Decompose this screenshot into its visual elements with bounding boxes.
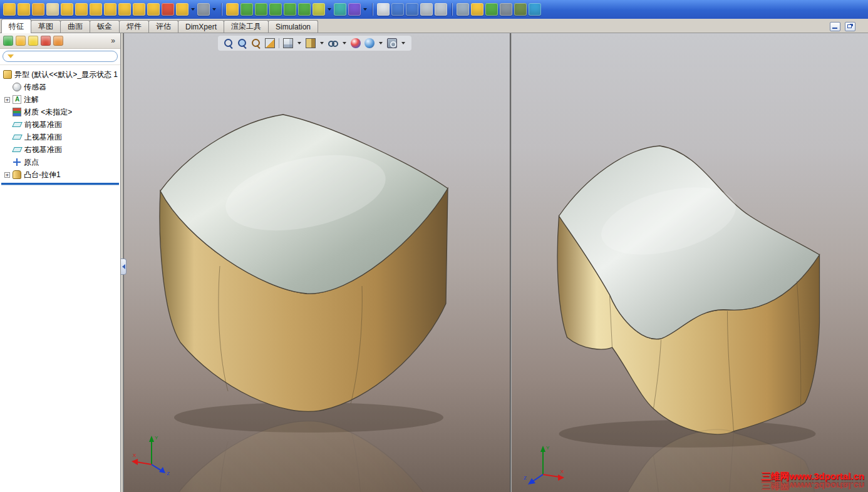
- main-content: » 异型 (默认<<默认>_显示状态 1 传感器 + 注解: [0, 33, 868, 492]
- panel-collapse-handle[interactable]: [121, 259, 127, 275]
- tab-features[interactable]: 特征: [1, 19, 31, 33]
- chevron-down-icon[interactable]: [212, 8, 216, 11]
- tree-item-label: 传感器: [24, 82, 46, 93]
- tree-item-label: 前视基准面: [24, 120, 62, 130]
- tree-item-material[interactable]: 材质 <未指定>: [1, 106, 119, 118]
- model-view-right[interactable]: [512, 33, 868, 492]
- tab-simulation[interactable]: Simulation: [268, 20, 318, 33]
- tree-item-label: 异型 (默认<<默认>_显示状态 1: [14, 69, 118, 80]
- triad-y-label: Y: [155, 435, 158, 441]
- expand-toggle[interactable]: +: [4, 97, 10, 103]
- spline-icon[interactable]: [348, 3, 361, 16]
- rollback-bar[interactable]: [1, 183, 119, 185]
- tree-item-part[interactable]: 异型 (默认<<默认>_显示状态 1: [1, 68, 119, 81]
- reference-book-icon[interactable]: [391, 3, 404, 16]
- view-pane-left[interactable]: X Y Z: [124, 33, 510, 492]
- tree-item-boss-extrude[interactable]: + 凸台-拉伸1: [1, 168, 119, 181]
- view-settings-icon[interactable]: [387, 38, 397, 48]
- delete-icon[interactable]: [75, 3, 88, 16]
- grid-table-icon[interactable]: [500, 3, 512, 16]
- home-icon[interactable]: [471, 3, 483, 16]
- options-icon[interactable]: [176, 3, 189, 16]
- chevron-down-icon[interactable]: [191, 8, 195, 11]
- gears-icon[interactable]: [514, 3, 527, 16]
- save-icon[interactable]: [32, 3, 44, 16]
- design-library-icon[interactable]: [298, 3, 311, 16]
- tab-sketch[interactable]: 草图: [31, 20, 61, 33]
- chevron-down-icon[interactable]: [379, 42, 383, 44]
- copy-icon[interactable]: [133, 3, 145, 16]
- pencil-icon[interactable]: [377, 3, 390, 16]
- redo-icon[interactable]: [104, 3, 116, 16]
- tree-item-annotations[interactable]: + 注解: [1, 93, 119, 106]
- featuremanager-tree-tab[interactable]: [3, 36, 13, 46]
- motion-study-icon[interactable]: [529, 3, 541, 16]
- zoom-area-icon[interactable]: [237, 38, 247, 48]
- tree-item-right-plane[interactable]: 右视基准面: [1, 143, 119, 156]
- chevron-down-icon[interactable]: [343, 42, 346, 44]
- tree-item-label: 右视基准面: [24, 145, 62, 155]
- tree-item-top-plane[interactable]: 上视基准面: [1, 131, 119, 143]
- copy-document-icon[interactable]: [420, 3, 433, 16]
- new-document-icon[interactable]: [3, 3, 16, 16]
- rebuild-icon[interactable]: [162, 3, 174, 16]
- configurationmanager-tab[interactable]: [28, 36, 38, 46]
- tools-icon[interactable]: [313, 3, 325, 16]
- table-icon[interactable]: [255, 3, 267, 16]
- chevron-down-icon[interactable]: [401, 42, 405, 44]
- paste-icon[interactable]: [147, 3, 160, 16]
- previous-view-icon[interactable]: [251, 38, 261, 48]
- apply-scene-icon[interactable]: [364, 38, 375, 48]
- heads-up-toolbar: [218, 36, 411, 51]
- tab-surfaces[interactable]: 曲面: [60, 20, 90, 33]
- notebook-icon[interactable]: [406, 3, 418, 16]
- tab-dimxpert[interactable]: DimXpert: [178, 20, 224, 33]
- expand-toggle[interactable]: +: [4, 172, 10, 178]
- minimize-window-button[interactable]: [830, 22, 840, 31]
- cut-icon[interactable]: [118, 3, 131, 16]
- tree-item-sensors[interactable]: 传感器: [1, 81, 119, 93]
- propertymanager-tab[interactable]: [16, 36, 26, 46]
- tab-render-tools[interactable]: 渲染工具: [224, 20, 269, 33]
- main-toolbar: [0, 0, 868, 19]
- tree-filter-input[interactable]: [17, 53, 113, 60]
- open-folder-icon[interactable]: [18, 3, 30, 16]
- color-swatch-icon[interactable]: [197, 3, 210, 16]
- tree-item-origin[interactable]: 原点: [1, 156, 119, 168]
- panel-overflow-icon[interactable]: »: [109, 36, 117, 45]
- toolbar-separator: [372, 3, 373, 16]
- dimxpertmanager-tab[interactable]: [41, 36, 51, 46]
- layers-icon[interactable]: [435, 3, 447, 16]
- print-icon[interactable]: [46, 3, 59, 16]
- toolbar-separator: [452, 3, 452, 16]
- view-orientation-icon[interactable]: [283, 38, 293, 48]
- restore-window-button[interactable]: [845, 22, 855, 31]
- hide-show-items-icon[interactable]: [328, 38, 338, 48]
- view-pane-right[interactable]: X Y Z 三维网www.3dportal.cn 三维网www.3dportal…: [512, 33, 868, 492]
- tab-evaluate[interactable]: 评估: [148, 20, 178, 33]
- note-icon[interactable]: [269, 3, 282, 16]
- edit-appearance-icon[interactable]: [351, 38, 361, 48]
- tab-weldments[interactable]: 焊件: [119, 20, 149, 33]
- balloon-icon[interactable]: [284, 3, 296, 16]
- watermark-reflection: 三维网www.3dportal.cn: [762, 481, 864, 491]
- display-style-icon[interactable]: [306, 38, 316, 48]
- screen-icon[interactable]: [457, 3, 469, 16]
- print-preview-icon[interactable]: [61, 3, 73, 16]
- zoom-fit-icon[interactable]: [224, 38, 234, 48]
- chevron-down-icon[interactable]: [363, 8, 367, 11]
- model-view-left[interactable]: [124, 33, 510, 492]
- material-icon: [13, 108, 21, 116]
- globe-icon[interactable]: [485, 3, 498, 16]
- undo-icon[interactable]: [90, 3, 102, 16]
- sketch-arrow-icon[interactable]: [226, 3, 239, 16]
- smart-dimension-icon[interactable]: [240, 3, 253, 16]
- displaymanager-tab[interactable]: [53, 36, 63, 46]
- chevron-down-icon[interactable]: [297, 42, 301, 44]
- tree-item-front-plane[interactable]: 前视基准面: [1, 118, 119, 131]
- tab-sheet-metal[interactable]: 钣金: [90, 20, 120, 33]
- chevron-down-icon[interactable]: [328, 8, 331, 11]
- measure-icon[interactable]: [334, 3, 346, 16]
- section-view-icon[interactable]: [265, 38, 275, 48]
- chevron-down-icon[interactable]: [320, 42, 324, 44]
